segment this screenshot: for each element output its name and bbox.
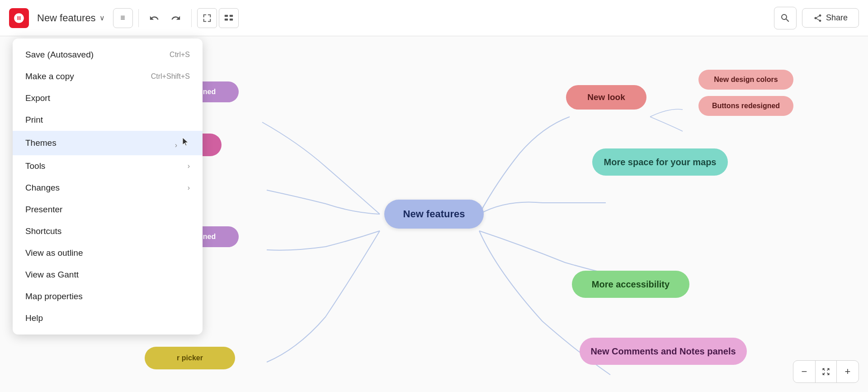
menu-item-tools[interactable]: Tools›: [13, 155, 203, 177]
share-label: Share: [826, 13, 848, 23]
layout-icon: [224, 13, 234, 23]
menu-item-shortcut: Ctrl+Shift+S: [151, 72, 190, 81]
design-colors-label: New design colors: [714, 76, 778, 84]
fit-button[interactable]: [197, 8, 217, 28]
share-icon: [813, 14, 822, 23]
menu-item-label: Changes: [25, 183, 60, 193]
svg-rect-1: [229, 14, 232, 17]
toolbar: New features ∨ ≡: [0, 0, 868, 36]
history-controls: [144, 8, 186, 28]
zoom-in-button[interactable]: +: [837, 361, 859, 382]
new-look-node[interactable]: New look: [566, 85, 646, 110]
dropdown-menu: Save (Autosaved)Ctrl+SMake a copyCtrl+Sh…: [13, 38, 203, 335]
cursor-indicator: [181, 137, 190, 149]
menu-item-label: Tools: [25, 161, 45, 171]
toolbar-right: Share: [774, 7, 859, 29]
redo-icon: [171, 13, 181, 23]
svg-rect-3: [229, 18, 232, 20]
title-dropdown-button[interactable]: New features ∨: [31, 9, 111, 28]
buttons-redesigned-node[interactable]: Buttons redesigned: [698, 96, 793, 116]
hamburger-icon: ≡: [120, 13, 125, 23]
toolbar-divider-2: [191, 9, 192, 27]
menu-item-shortcut: Ctrl+S: [170, 51, 190, 59]
buttons-redesigned-label: Buttons redesigned: [712, 102, 780, 110]
accessibility-label: More accessibility: [592, 279, 670, 290]
zoom-collapse-button[interactable]: [815, 361, 837, 382]
zoom-out-button[interactable]: −: [793, 361, 815, 382]
svg-rect-2: [224, 18, 227, 20]
zoom-out-icon: −: [802, 366, 807, 378]
logo-button[interactable]: [9, 8, 29, 28]
more-space-node[interactable]: More space for your maps: [592, 148, 728, 176]
menu-item-export[interactable]: Export: [13, 87, 203, 109]
menu-item-label: Save (Autosaved): [25, 50, 94, 60]
logo-icon: [13, 12, 25, 24]
comments-node[interactable]: New Comments and Notes panels: [580, 338, 747, 365]
menu-item-label: Presenter: [25, 205, 62, 215]
fit-icon: [202, 13, 212, 23]
design-colors-node[interactable]: New design colors: [698, 70, 793, 90]
menu-item-label: Print: [25, 115, 43, 125]
zoom-in-icon: +: [845, 366, 851, 378]
menu-item-label: View as Gantt: [25, 270, 79, 280]
toolbar-left: New features ∨ ≡: [9, 8, 239, 28]
menu-item-label: Export: [25, 93, 50, 103]
undo-icon: [149, 13, 159, 23]
chevron-down-icon: ∨: [99, 14, 105, 22]
menu-item-view-as-gantt[interactable]: View as Gantt: [13, 264, 203, 286]
share-button[interactable]: Share: [802, 8, 859, 28]
redo-button[interactable]: [166, 8, 186, 28]
menu-item-view-as-outline[interactable]: View as outline: [13, 242, 203, 264]
layout-button[interactable]: [219, 8, 239, 28]
menu-item-print[interactable]: Print: [13, 109, 203, 131]
menu-item-save-autosaved[interactable]: Save (Autosaved)Ctrl+S: [13, 44, 203, 66]
zoom-controls: − +: [793, 360, 859, 383]
center-node[interactable]: New features: [384, 200, 484, 229]
more-space-label: More space for your maps: [604, 157, 717, 167]
search-icon: [780, 13, 791, 24]
menu-item-label: Make a copy: [25, 72, 74, 81]
menu-item-changes[interactable]: Changes›: [13, 177, 203, 199]
menu-item-themes[interactable]: Themes›: [13, 131, 203, 155]
svg-rect-0: [224, 14, 227, 17]
center-node-label: New features: [403, 208, 465, 220]
submenu-arrow-icon: ›: [175, 137, 190, 149]
left-node-4[interactable]: r picker: [145, 347, 235, 369]
undo-button[interactable]: [144, 8, 164, 28]
collapse-icon: [821, 367, 830, 376]
left-node-4-label: r picker: [177, 354, 203, 362]
menu-item-help[interactable]: Help: [13, 307, 203, 329]
left-node-1-label: ned: [203, 88, 216, 96]
menu-item-map-properties[interactable]: Map properties: [13, 286, 203, 307]
menu-item-shortcuts[interactable]: Shortcuts: [13, 220, 203, 242]
toolbar-divider: [138, 9, 139, 27]
search-button[interactable]: [774, 7, 797, 29]
menu-item-presenter[interactable]: Presenter: [13, 199, 203, 220]
menu-item-label: Shortcuts: [25, 226, 61, 236]
menu-item-label: View as outline: [25, 248, 83, 258]
menu-item-label: Help: [25, 313, 43, 323]
view-controls: [197, 8, 239, 28]
left-node-3-label: ned: [203, 233, 216, 241]
new-look-label: New look: [587, 92, 625, 102]
menu-item-label: Map properties: [25, 292, 83, 301]
menu-item-label: Themes: [25, 138, 57, 148]
map-title: New features: [37, 12, 96, 24]
submenu-arrow-icon: ›: [188, 184, 190, 192]
menu-button[interactable]: ≡: [113, 8, 133, 28]
accessibility-node[interactable]: More accessibility: [572, 271, 689, 298]
menu-item-make-a-copy[interactable]: Make a copyCtrl+Shift+S: [13, 66, 203, 87]
comments-label: New Comments and Notes panels: [590, 346, 736, 357]
submenu-arrow-icon: ›: [188, 162, 190, 170]
